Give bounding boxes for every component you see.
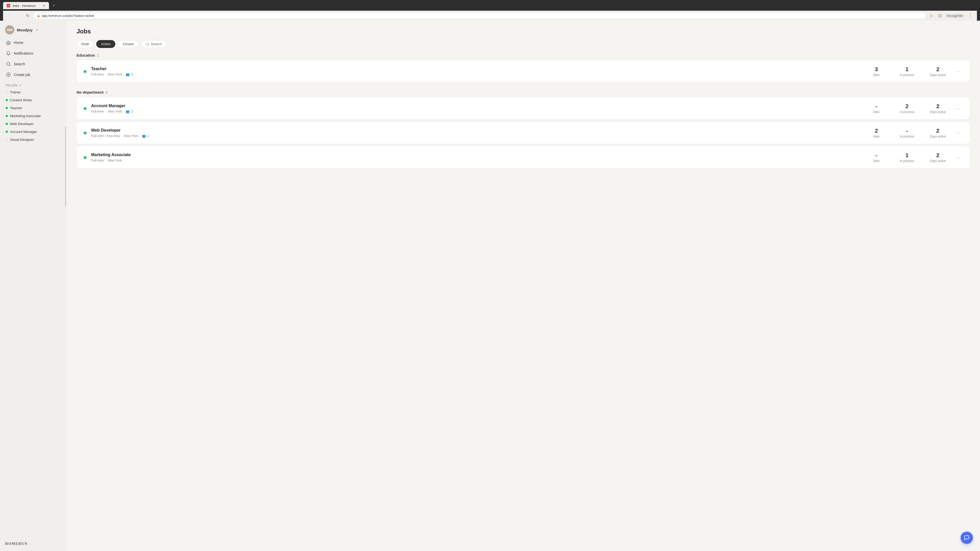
sidebar-job-account-manager[interactable]: Account Manager [3,128,63,135]
job-title-marketing-associate: Marketing Associate [91,152,869,157]
people-icon: 👥 [126,73,130,76]
tab-close-button[interactable]: ✕ [42,3,45,8]
job-meta-account-manager: Full-time · New York · 👥 2 [91,110,869,113]
sidebar-job-web-developer[interactable]: Web Developer [3,120,63,127]
job-location-teacher: New York [108,73,122,76]
people-icon-am: 👥 [126,110,130,113]
filter-bar: Draft Active Closed Search [66,40,980,53]
stat-new-teacher: 3 New [869,66,884,77]
filter-closed-button[interactable]: Closed [118,40,138,48]
filter-active-button[interactable]: Active [96,40,115,48]
education-section-name: Education [76,53,95,57]
sidebar-job-content-writer-label: Content Writer [10,98,32,102]
sidebar-item-home[interactable]: Home [3,38,63,48]
sidebar: MM Moodjoy ▾ Home [0,21,66,551]
job-more-button-web-developer[interactable]: ⋯ [953,129,963,137]
menu-button[interactable]: ⋮ [967,12,974,19]
sidebar-scrollbar[interactable] [65,127,66,206]
meta-sep: · [105,73,107,76]
job-card-teacher[interactable]: Teacher Full-time · New York · 👥 4 3 New [76,60,970,83]
search-small-icon [146,42,149,46]
job-dot-active [6,107,8,109]
stat-in-process-teacher: 1 In process [899,66,915,77]
search-jobs-button[interactable]: Search [141,40,167,48]
stat-days-value-teacher: 2 [930,66,946,73]
your-jobs-chevron-icon: ▾ [19,84,21,87]
job-type-account-manager: Full-time [91,110,104,113]
sidebar-job-teacher[interactable]: Teacher [3,104,63,112]
incognito-label: Incognito [947,14,963,18]
reload-button[interactable]: ↻ [24,12,31,19]
stat-days-teacher: 2 Days active [930,66,946,77]
company-chevron-icon[interactable]: ▾ [36,28,38,32]
stat-in-process-web-developer: - In process [899,127,915,138]
sidebar-job-teacher-label: Teacher [10,106,22,110]
sidebar-job-marketing-associate[interactable]: Marketing Associate [3,112,63,120]
sidebar-item-search[interactable]: Search [3,59,63,69]
profile-button[interactable]: Incognito [945,13,965,19]
chat-icon [964,535,969,540]
notifications-icon [6,51,11,56]
stat-new-label-ma: New [869,159,884,163]
active-tab[interactable]: H Jobs · Homerun ✕ [3,2,49,9]
sidebar-item-notifications[interactable]: Notifications [3,48,63,59]
sidebar-job-web-developer-label: Web Developer [10,122,34,126]
sidebar-item-create-job[interactable]: Create job [3,70,63,80]
job-dot-active [6,130,8,133]
chat-bubble-button[interactable] [961,532,973,544]
search-jobs-label: Search [151,42,162,46]
your-jobs-section[interactable]: Your jobs ▾ [0,80,66,89]
sidebar-job-trainer[interactable]: Trainer [3,89,63,96]
job-more-button-marketing-associate[interactable]: ⋯ [953,153,963,162]
stat-new-label-am: New [869,110,884,114]
create-job-icon [6,72,11,78]
stat-days-label-am: Days active [930,110,946,114]
home-icon [6,40,11,45]
sidebar-job-marketing-associate-label: Marketing Associate [10,114,41,118]
stat-in-process-account-manager: 2 In process [899,103,915,114]
job-more-button-teacher[interactable]: ⋯ [953,67,963,76]
job-stats-account-manager: - New 2 In process 2 Days active [869,103,946,114]
stat-days-account-manager: 2 Days active [930,103,946,114]
job-active-dot-account-manager [84,107,86,110]
job-active-dot-web-developer [84,132,86,135]
stat-days-label-ma: Days active [930,159,946,163]
education-section-header: Education 1 [76,53,970,57]
job-card-marketing-associate[interactable]: Marketing Associate Full-time · New York… [76,146,970,168]
job-type-marketing-associate: Full-time [91,159,104,162]
new-tab-button[interactable]: + [51,3,57,9]
sidebar-toggle-button[interactable]: ⊡ [937,12,943,19]
stat-in-process-label-ma: In process [899,159,915,163]
stat-days-value-account-manager: 2 [930,103,946,110]
job-more-button-account-manager[interactable]: ⋯ [953,104,963,113]
job-card-info-marketing-associate: Marketing Associate Full-time · New York [91,152,869,162]
your-jobs-label: Your jobs [5,83,18,87]
job-applicants-account-manager: 2 [131,110,133,113]
no-department-section-header: No department 4 [76,90,970,94]
forward-button[interactable]: → [15,13,22,19]
job-meta-teacher: Full-time · New York · 👥 4 [91,73,869,76]
job-card-web-developer[interactable]: Web Developer Full-time / Part-time · Ne… [76,122,970,144]
job-meta-web-developer: Full-time / Part-time · New York · 👥 2 [91,134,869,138]
main-content: Jobs Draft Active Closed Search Educatio… [66,21,980,551]
tab-title: Jobs · Homerun [12,4,36,8]
stat-new-web-developer: 2 New [869,127,884,138]
stat-days-marketing-associate: 2 Days active [930,152,946,163]
company-name: Moodjoy [17,28,33,32]
sidebar-job-visual-designer[interactable]: Visual Designer [3,136,63,143]
app-container: MM Moodjoy ▾ Home [0,21,980,551]
back-button[interactable]: ← [6,13,13,19]
create-job-label: Create job [14,73,30,77]
bookmark-button[interactable]: ☆ [928,12,935,19]
filter-draft-button[interactable]: Draft [76,40,94,48]
no-department-section-name: No department [76,90,103,94]
sidebar-job-list: Trainer Content Writer Teacher Marketing… [0,89,66,143]
stat-in-process-label-wd: In process [899,135,915,138]
people-icon-wd: 👥 [142,134,146,138]
job-title-web-developer: Web Developer [91,128,869,133]
page-title: Jobs [76,28,970,35]
address-bar[interactable]: 🔒 app.homerun.co/jobs?status=active [33,12,926,19]
job-card-account-manager[interactable]: Account Manager Full-time · New York · 👥… [76,97,970,119]
sidebar-job-content-writer[interactable]: Content Writer [3,97,63,104]
stat-new-value-account-manager: - [869,103,884,110]
